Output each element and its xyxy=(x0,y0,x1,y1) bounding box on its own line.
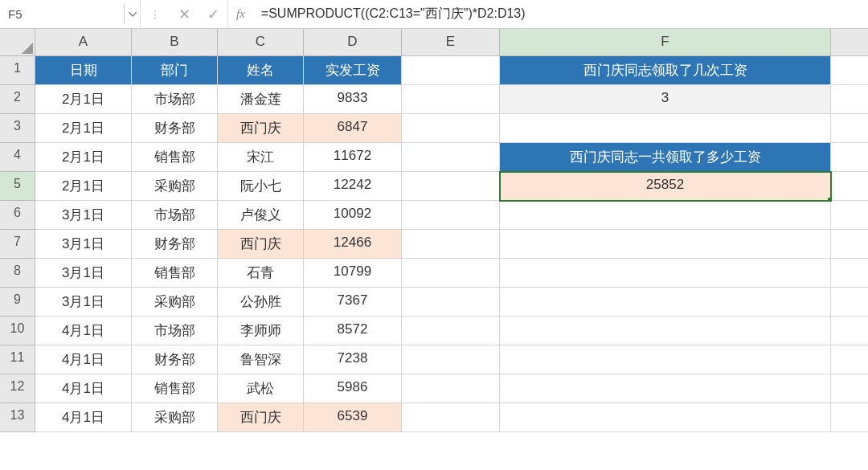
cell-D7[interactable]: 12466 xyxy=(304,230,402,259)
cell-G12[interactable] xyxy=(831,374,868,403)
cell-D5[interactable]: 12242 xyxy=(304,172,402,201)
cell-A12[interactable]: 4月1日 xyxy=(35,374,132,403)
cell-E11[interactable] xyxy=(402,345,500,374)
row-head-10[interactable]: 10 xyxy=(0,317,35,345)
cell-D12[interactable]: 5986 xyxy=(304,374,402,403)
row-head-5[interactable]: 5 xyxy=(0,172,35,201)
cell-E12[interactable] xyxy=(402,374,500,403)
row-head-6[interactable]: 6 xyxy=(0,201,35,230)
cell-D10[interactable]: 8572 xyxy=(304,317,402,345)
cell-A8[interactable]: 3月1日 xyxy=(35,259,132,288)
cell-D8[interactable]: 10799 xyxy=(304,259,402,288)
cell-A5[interactable]: 2月1日 xyxy=(35,172,132,201)
cell-E6[interactable] xyxy=(402,201,500,230)
cell-B1[interactable]: 部门 xyxy=(132,56,218,85)
cell-A6[interactable]: 3月1日 xyxy=(35,201,132,230)
cell-E9[interactable] xyxy=(402,288,500,317)
cell-G5[interactable] xyxy=(831,172,868,201)
row-head-1[interactable]: 1 xyxy=(0,56,35,85)
cell-C12[interactable]: 武松 xyxy=(218,374,304,403)
cell-C13[interactable]: 西门庆 xyxy=(218,403,304,432)
cell-F7[interactable] xyxy=(500,230,831,259)
row-head-7[interactable]: 7 xyxy=(0,230,35,259)
fx-label[interactable]: fx xyxy=(227,0,253,28)
cell-G8[interactable] xyxy=(831,259,868,288)
cell-G2[interactable] xyxy=(831,85,868,114)
cell-A3[interactable]: 2月1日 xyxy=(35,114,132,143)
cell-E5[interactable] xyxy=(402,172,500,201)
cell-G11[interactable] xyxy=(831,345,868,374)
cell-A9[interactable]: 3月1日 xyxy=(35,288,132,317)
formula-input[interactable] xyxy=(253,4,868,25)
name-box-dropdown[interactable] xyxy=(125,0,141,29)
cell-D13[interactable]: 6539 xyxy=(304,403,402,432)
cell-F2[interactable]: 3 xyxy=(500,85,831,114)
cell-C1[interactable]: 姓名 xyxy=(218,56,304,85)
row-head-12[interactable]: 12 xyxy=(0,374,35,403)
cell-A7[interactable]: 3月1日 xyxy=(35,230,132,259)
cell-D9[interactable]: 7367 xyxy=(304,288,402,317)
cell-F6[interactable] xyxy=(500,201,831,230)
col-head-F[interactable]: F xyxy=(500,29,831,56)
cell-C8[interactable]: 石青 xyxy=(218,259,304,288)
formula-cancel-button[interactable]: ✕ xyxy=(170,0,199,29)
cell-B3[interactable]: 财务部 xyxy=(132,114,218,143)
cell-B8[interactable]: 销售部 xyxy=(132,259,218,288)
cell-B13[interactable]: 采购部 xyxy=(132,403,218,432)
row-head-2[interactable]: 2 xyxy=(0,85,35,114)
cell-G13[interactable] xyxy=(831,403,868,432)
cell-A10[interactable]: 4月1日 xyxy=(35,317,132,345)
cell-A13[interactable]: 4月1日 xyxy=(35,403,132,432)
cell-F10[interactable] xyxy=(500,317,831,345)
cell-B4[interactable]: 销售部 xyxy=(132,143,218,172)
cell-B5[interactable]: 采购部 xyxy=(132,172,218,201)
select-all-corner[interactable] xyxy=(0,29,35,56)
cell-B10[interactable]: 市场部 xyxy=(132,317,218,345)
name-box[interactable] xyxy=(0,4,125,24)
cell-B7[interactable]: 财务部 xyxy=(132,230,218,259)
cell-D2[interactable]: 9833 xyxy=(304,85,402,114)
cell-B12[interactable]: 销售部 xyxy=(132,374,218,403)
cell-G7[interactable] xyxy=(831,230,868,259)
cell-F4[interactable]: 西门庆同志一共领取了多少工资 xyxy=(500,143,831,172)
cell-G9[interactable] xyxy=(831,288,868,317)
cell-E10[interactable] xyxy=(402,317,500,345)
cell-C3[interactable]: 西门庆 xyxy=(218,114,304,143)
cell-D1[interactable]: 实发工资 xyxy=(304,56,402,85)
cell-A4[interactable]: 2月1日 xyxy=(35,143,132,172)
cell-F13[interactable] xyxy=(500,403,831,432)
cell-F9[interactable] xyxy=(500,288,831,317)
cell-D11[interactable]: 7238 xyxy=(304,345,402,374)
cell-C9[interactable]: 公孙胜 xyxy=(218,288,304,317)
cell-C7[interactable]: 西门庆 xyxy=(218,230,304,259)
cell-G10[interactable] xyxy=(831,317,868,345)
cell-A1[interactable]: 日期 xyxy=(35,56,132,85)
cell-G6[interactable] xyxy=(831,201,868,230)
cell-D6[interactable]: 10092 xyxy=(304,201,402,230)
row-head-11[interactable]: 11 xyxy=(0,345,35,374)
col-head-B[interactable]: B xyxy=(132,29,218,56)
col-head-C[interactable]: C xyxy=(218,29,304,56)
cell-E2[interactable] xyxy=(402,85,500,114)
cell-B2[interactable]: 市场部 xyxy=(132,85,218,114)
col-head-A[interactable]: A xyxy=(35,29,132,56)
formula-ellipsis-button[interactable]: ⋮ xyxy=(141,0,170,29)
cell-F12[interactable] xyxy=(500,374,831,403)
cell-F1[interactable]: 西门庆同志领取了几次工资 xyxy=(500,56,831,85)
cell-C11[interactable]: 鲁智深 xyxy=(218,345,304,374)
cell-C2[interactable]: 潘金莲 xyxy=(218,85,304,114)
col-head-end[interactable] xyxy=(831,29,868,56)
cell-A11[interactable]: 4月1日 xyxy=(35,345,132,374)
cell-F11[interactable] xyxy=(500,345,831,374)
cell-G3[interactable] xyxy=(831,114,868,143)
cell-D4[interactable]: 11672 xyxy=(304,143,402,172)
row-head-4[interactable]: 4 xyxy=(0,143,35,172)
cell-C6[interactable]: 卢俊义 xyxy=(218,201,304,230)
cell-C4[interactable]: 宋江 xyxy=(218,143,304,172)
cell-G1[interactable] xyxy=(831,56,868,85)
cell-D3[interactable]: 6847 xyxy=(304,114,402,143)
cell-E3[interactable] xyxy=(402,114,500,143)
row-head-3[interactable]: 3 xyxy=(0,114,35,143)
cell-E13[interactable] xyxy=(402,403,500,432)
cell-E1[interactable] xyxy=(402,56,500,85)
